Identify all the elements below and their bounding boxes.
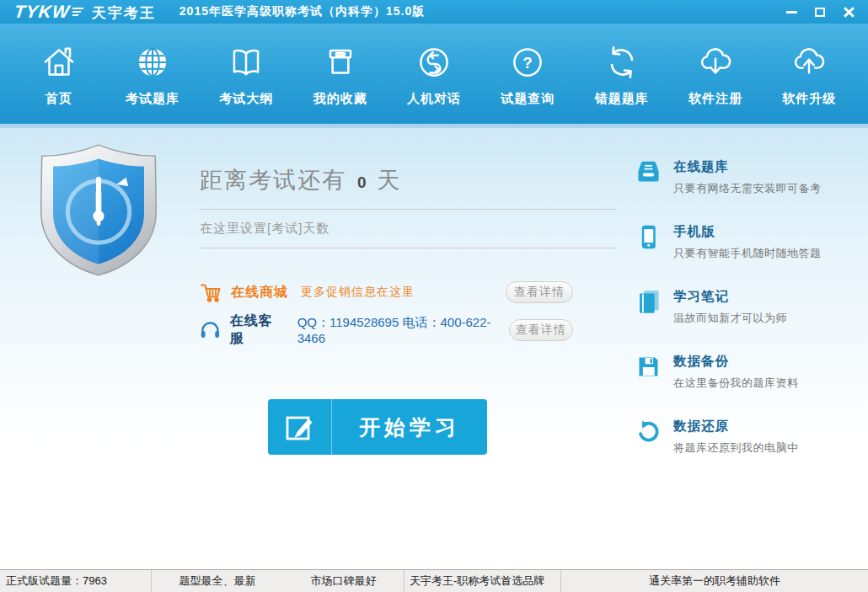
restore-arrow-icon <box>635 418 662 445</box>
online-mall-label: 在线商城 <box>231 284 288 301</box>
sidebar-item-title: 数据备份 <box>673 353 799 371</box>
statusbar-text: 题型最全、最新 <box>179 573 256 589</box>
nav-label: 考试大纲 <box>219 91 273 107</box>
sidebar-item-desc: 温故而知新才可以为师 <box>673 311 787 326</box>
cloud-upload-icon <box>788 41 830 83</box>
sidebar-item-title: 数据还原 <box>673 418 799 435</box>
dialog-transfer-icon <box>413 41 455 83</box>
app-title: 2015年医学高级职称考试（内科学）15.0版 <box>179 4 425 19</box>
divider <box>200 209 616 210</box>
sidebar-item-desc: 在这里备份我的题库资料 <box>673 376 799 391</box>
close-icon <box>843 6 855 18</box>
svg-text:?: ? <box>523 53 533 71</box>
mall-promo-text[interactable]: 更多促销信息在这里 <box>301 285 415 300</box>
sidebar-item-desc: 只要有网络无需安装即可备考 <box>673 181 822 196</box>
mall-detail-button[interactable]: 查看详情 <box>506 281 573 303</box>
service-detail-button[interactable]: 查看详情 <box>509 319 573 341</box>
online-service-label: 在线客服 <box>230 312 285 348</box>
logo-text: TYKW <box>13 2 71 22</box>
nav-item-upgrade[interactable]: 软件升级 <box>763 24 856 124</box>
statusbar: 正式版试题量：7963 题型最全、最新 市场口碑最好 天宇考王-职称考试首选品牌… <box>0 569 868 592</box>
nav-label: 软件升级 <box>782 91 836 107</box>
feature-sidebar: 在线题库 只要有网络无需安装即可备考 手机版 只要有智能手机随时随地答题 <box>635 158 845 483</box>
sidebar-item-title: 学习笔记 <box>673 288 787 306</box>
exam-countdown[interactable]: 距离考试还有 0 天 <box>200 165 616 195</box>
start-icon-area <box>268 399 332 455</box>
sidebar-item-notes[interactable]: 学习笔记 温故而知新才可以为师 <box>635 288 845 326</box>
app-window: TYKW 天宇考王 2015年医学高级职称考试（内科学）15.0版 首页 <box>0 0 868 592</box>
nav-item-wrong-bank[interactable]: 错题题库 <box>575 24 668 124</box>
sidebar-item-title: 手机版 <box>673 223 822 241</box>
cloud-download-icon <box>694 41 737 83</box>
close-button[interactable] <box>839 3 858 20</box>
sidebar-item-backup[interactable]: 数据备份 在这里备份我的题库资料 <box>635 353 845 391</box>
titlebar: TYKW 天宇考王 2015年医学高级职称考试（内科学）15.0版 <box>0 0 868 24</box>
headset-icon <box>200 320 221 340</box>
open-book-icon <box>225 41 267 83</box>
start-learning-label: 开始学习 <box>332 413 487 441</box>
nav-item-question-bank[interactable]: 考试题库 <box>105 24 199 124</box>
statusbar-brand: 天宇考王-职称考试首选品牌 <box>405 570 561 592</box>
edit-pencil-icon <box>284 411 316 443</box>
countdown-hint: 在这里设置[考试]天数 <box>200 221 616 237</box>
divider <box>200 248 616 248</box>
statusbar-question-count: 正式版试题量：7963 <box>0 570 152 592</box>
minimize-icon <box>786 11 797 13</box>
sidebar-item-online-bank[interactable]: 在线题库 只要有网络无需安装即可备考 <box>635 158 845 196</box>
countdown-section: 距离考试还有 0 天 在这里设置[考试]天数 在线商城 更多促销信息在这里 查看… <box>200 165 616 343</box>
shield-timer-logo <box>24 140 174 281</box>
refresh-icon <box>601 41 643 83</box>
sidebar-item-title: 在线题库 <box>673 158 822 176</box>
nav-item-home[interactable]: 首页 <box>12 24 105 124</box>
notebook-icon <box>635 288 662 316</box>
minimize-button[interactable] <box>782 3 801 20</box>
online-service-row: 在线客服 QQ：1194528695 电话：400-622-3466 查看详情 <box>200 317 573 343</box>
statusbar-text: 市场口碑最好 <box>311 573 377 589</box>
nav-label: 试题查询 <box>501 91 555 107</box>
online-bank-icon <box>635 158 662 186</box>
logo-bars-icon <box>72 8 83 18</box>
nav-item-query[interactable]: ? 试题查询 <box>481 24 575 124</box>
online-mall-row: 在线商城 更多促销信息在这里 查看详情 <box>200 280 573 305</box>
nav-label: 错题题库 <box>595 91 649 107</box>
globe-icon <box>131 41 174 83</box>
nav-label: 人机对话 <box>407 91 461 107</box>
statusbar-text: 天宇考王-职称考试首选品牌 <box>410 573 544 589</box>
countdown-prefix: 距离考试还有 <box>200 165 346 195</box>
statusbar-text: 通关率第一的职考辅助软件 <box>649 573 780 589</box>
sidebar-item-desc: 只要有智能手机随时随地答题 <box>673 246 822 261</box>
shopping-cart-icon <box>200 281 222 303</box>
countdown-days-value[interactable]: 0 <box>357 173 367 192</box>
sidebar-item-restore[interactable]: 数据还原 将题库还原到我的电脑中 <box>635 418 845 456</box>
content-area: 距离考试还有 0 天 在这里设置[考试]天数 在线商城 更多促销信息在这里 查看… <box>0 128 868 569</box>
archive-box-icon <box>319 41 362 83</box>
maximize-button[interactable] <box>811 3 829 20</box>
window-controls <box>782 3 858 20</box>
sidebar-item-desc: 将题库还原到我的电脑中 <box>673 440 799 456</box>
nav-label: 首页 <box>46 91 72 107</box>
service-contact-text: QQ：1194528695 电话：400-622-3466 <box>297 315 509 345</box>
mobile-phone-icon <box>635 223 662 251</box>
statusbar-text: 正式版试题量：7963 <box>6 573 107 589</box>
main-nav: 首页 考试题库 考试大纲 <box>0 24 868 124</box>
nav-item-favorites[interactable]: 我的收藏 <box>293 24 387 124</box>
nav-label: 我的收藏 <box>313 91 367 107</box>
app-logo: TYKW 天宇考王 <box>14 2 156 23</box>
floppy-disk-icon <box>635 353 662 381</box>
statusbar-slogans: 题型最全、最新 市场口碑最好 <box>152 570 405 592</box>
nav-label: 软件注册 <box>689 91 742 107</box>
question-circle-icon: ? <box>506 41 549 83</box>
countdown-suffix: 天 <box>378 165 402 195</box>
nav-item-exam-outline[interactable]: 考试大纲 <box>200 24 293 124</box>
nav-label: 考试题库 <box>126 91 179 107</box>
maximize-icon <box>815 8 825 17</box>
start-learning-button[interactable]: 开始学习 <box>268 399 487 455</box>
sidebar-item-mobile[interactable]: 手机版 只要有智能手机随时随地答题 <box>635 223 845 261</box>
nav-item-dialog[interactable]: 人机对话 <box>387 24 480 124</box>
statusbar-tagline: 通关率第一的职考辅助软件 <box>561 570 868 592</box>
logo-cn-text: 天宇考王 <box>92 3 156 23</box>
home-icon <box>38 41 80 83</box>
nav-item-register[interactable]: 软件注册 <box>668 24 762 124</box>
